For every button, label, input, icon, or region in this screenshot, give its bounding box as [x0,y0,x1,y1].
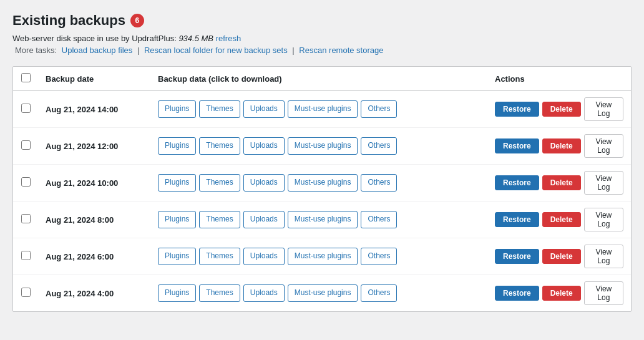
row-checkbox-cell [13,165,38,202]
header-actions: Actions [487,67,631,91]
row-checkbox-1[interactable] [21,140,31,150]
download-must-use-plugins-button[interactable]: Must-use plugins [288,100,358,117]
restore-button[interactable]: Restore [495,212,539,227]
actions-cell: RestoreDeleteView Log [487,128,631,165]
backup-date-value: Aug 21, 2024 6:00 [46,252,114,261]
delete-button[interactable]: Delete [542,249,581,264]
backup-data-cell: PluginsThemesUploadsMust-use pluginsOthe… [150,275,487,312]
row-checkbox-2[interactable] [21,177,31,187]
download-others-button[interactable]: Others [361,248,397,265]
view-log-button[interactable]: View Log [584,171,623,195]
actions-cell: RestoreDeleteView Log [487,275,631,312]
page-header: Existing backups 6 [12,12,632,29]
download-others-button[interactable]: Others [361,211,397,228]
download-must-use-plugins-button[interactable]: Must-use plugins [288,211,358,228]
backup-date-cell: Aug 21, 2024 10:00 [38,165,150,202]
download-plugins-button[interactable]: Plugins [158,137,196,154]
delete-button[interactable]: Delete [542,138,581,153]
view-log-button[interactable]: View Log [584,208,623,231]
download-must-use-plugins-button[interactable]: Must-use plugins [288,248,358,265]
backup-data-cell: PluginsThemesUploadsMust-use pluginsOthe… [150,165,487,202]
rescan-local-link[interactable]: Rescan local folder for new backup sets [144,46,288,55]
restore-button[interactable]: Restore [495,286,539,301]
download-uploads-button[interactable]: Uploads [243,174,285,191]
download-uploads-button[interactable]: Uploads [243,100,285,117]
header-checkbox-col [13,67,38,91]
download-must-use-plugins-button[interactable]: Must-use plugins [288,284,358,301]
diskspace-label: Web-server disk space in use by UpdraftP… [12,34,177,43]
download-themes-button[interactable]: Themes [199,284,240,301]
download-others-button[interactable]: Others [361,137,397,154]
delete-button[interactable]: Delete [542,286,581,301]
download-uploads-button[interactable]: Uploads [243,211,285,228]
download-uploads-button[interactable]: Uploads [243,248,285,265]
backups-table: Backup date Backup data (click to downlo… [13,67,631,311]
action-buttons-group: RestoreDeleteView Log [495,208,623,231]
restore-button[interactable]: Restore [495,175,539,190]
download-themes-button[interactable]: Themes [199,100,240,117]
download-uploads-button[interactable]: Uploads [243,137,285,154]
view-log-button[interactable]: View Log [584,97,623,121]
backup-date-cell: Aug 21, 2024 12:00 [38,128,150,165]
download-plugins-button[interactable]: Plugins [158,284,196,301]
view-log-button[interactable]: View Log [584,134,623,158]
action-buttons-group: RestoreDeleteView Log [495,281,623,305]
backup-data-buttons: PluginsThemesUploadsMust-use pluginsOthe… [158,248,480,265]
download-must-use-plugins-button[interactable]: Must-use plugins [288,137,358,154]
table-row: Aug 21, 2024 12:00PluginsThemesUploadsMu… [13,128,631,165]
download-plugins-button[interactable]: Plugins [158,100,196,117]
backup-date-value: Aug 21, 2024 12:00 [46,142,118,151]
backup-date-cell: Aug 21, 2024 14:00 [38,91,150,128]
restore-button[interactable]: Restore [495,249,539,264]
backup-data-buttons: PluginsThemesUploadsMust-use pluginsOthe… [158,284,480,301]
download-must-use-plugins-button[interactable]: Must-use plugins [288,174,358,191]
delete-button[interactable]: Delete [542,102,581,117]
row-checkbox-4[interactable] [21,251,31,260]
download-plugins-button[interactable]: Plugins [158,211,196,228]
actions-cell: RestoreDeleteView Log [487,165,631,202]
separator-2: | [292,46,294,55]
backup-data-buttons: PluginsThemesUploadsMust-use pluginsOthe… [158,100,480,117]
restore-button[interactable]: Restore [495,102,539,117]
download-themes-button[interactable]: Themes [199,137,240,154]
download-others-button[interactable]: Others [361,100,397,117]
refresh-link[interactable]: refresh [216,34,241,43]
backup-date-cell: Aug 21, 2024 8:00 [38,202,150,238]
download-plugins-button[interactable]: Plugins [158,174,196,191]
view-log-button[interactable]: View Log [584,281,623,305]
delete-button[interactable]: Delete [542,212,581,227]
backup-data-cell: PluginsThemesUploadsMust-use pluginsOthe… [150,202,487,238]
download-others-button[interactable]: Others [361,284,397,301]
view-log-button[interactable]: View Log [584,245,623,268]
download-themes-button[interactable]: Themes [199,174,240,191]
row-checkbox-0[interactable] [21,104,31,113]
action-buttons-group: RestoreDeleteView Log [495,134,623,158]
diskspace-info: Web-server disk space in use by UpdraftP… [12,34,632,43]
upload-backup-link[interactable]: Upload backup files [62,46,132,55]
download-others-button[interactable]: Others [361,174,397,191]
download-themes-button[interactable]: Themes [199,248,240,265]
row-checkbox-3[interactable] [21,214,31,223]
table-row: Aug 21, 2024 4:00PluginsThemesUploadsMus… [13,275,631,312]
row-checkbox-cell [13,128,38,165]
table-header-row: Backup date Backup data (click to downlo… [13,67,631,91]
backup-data-buttons: PluginsThemesUploadsMust-use pluginsOthe… [158,137,480,154]
page-title: Existing backups [12,12,125,29]
more-tasks-line: More tasks: Upload backup files | Rescan… [12,46,632,55]
actions-cell: RestoreDeleteView Log [487,91,631,128]
delete-button[interactable]: Delete [542,175,581,190]
actions-cell: RestoreDeleteView Log [487,202,631,238]
header-backup-date: Backup date [38,67,150,91]
download-plugins-button[interactable]: Plugins [158,248,196,265]
row-checkbox-5[interactable] [21,288,31,297]
download-themes-button[interactable]: Themes [199,211,240,228]
table-row: Aug 21, 2024 8:00PluginsThemesUploadsMus… [13,202,631,238]
download-uploads-button[interactable]: Uploads [243,284,285,301]
row-checkbox-cell [13,238,38,275]
restore-button[interactable]: Restore [495,138,539,153]
row-checkbox-cell [13,275,38,312]
rescan-remote-link[interactable]: Rescan remote storage [299,46,383,55]
backup-data-buttons: PluginsThemesUploadsMust-use pluginsOthe… [158,211,480,228]
select-all-checkbox[interactable] [21,73,31,82]
backup-data-cell: PluginsThemesUploadsMust-use pluginsOthe… [150,91,487,128]
